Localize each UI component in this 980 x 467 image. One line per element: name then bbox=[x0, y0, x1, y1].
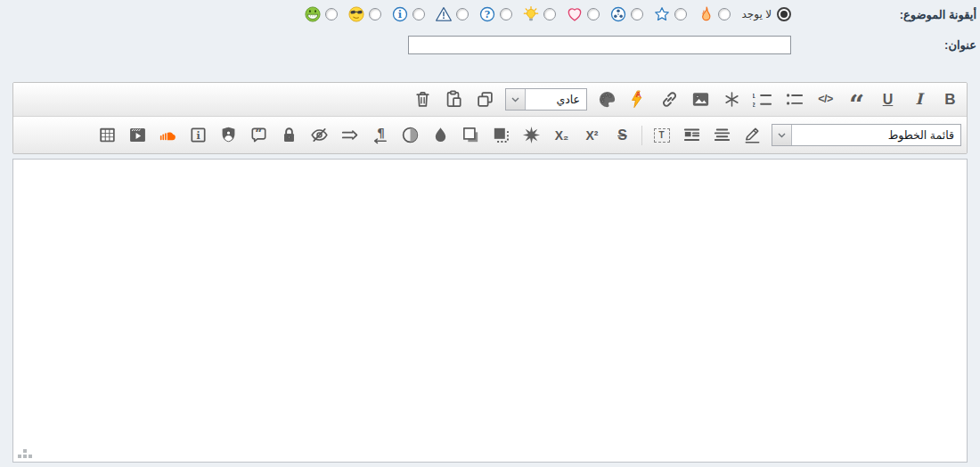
topic-icon-option-flame bbox=[697, 5, 731, 23]
media-video-button[interactable] bbox=[127, 123, 149, 147]
radio-grin[interactable] bbox=[325, 8, 338, 20]
color-palette-button[interactable] bbox=[596, 87, 618, 111]
underline-button[interactable]: U bbox=[877, 87, 899, 111]
spoiler-burst-button[interactable] bbox=[520, 123, 543, 147]
title-input[interactable] bbox=[408, 36, 791, 54]
lock-button[interactable] bbox=[278, 123, 300, 147]
hide-button[interactable] bbox=[308, 123, 331, 147]
align-block-button[interactable] bbox=[681, 123, 703, 147]
text-box-button[interactable]: T bbox=[650, 123, 673, 147]
strikethrough-glyph: S bbox=[617, 128, 627, 143]
radio-lightbulb[interactable] bbox=[543, 8, 556, 20]
star-icon bbox=[653, 5, 671, 23]
wrap-arrow-button[interactable] bbox=[339, 123, 361, 147]
paste-icon bbox=[444, 89, 464, 110]
quote-bubble-icon: “ bbox=[249, 125, 269, 145]
frame-shadow-icon bbox=[461, 125, 481, 145]
radio-warning[interactable] bbox=[456, 8, 469, 20]
grip-dot bbox=[23, 449, 27, 453]
radio-cool[interactable] bbox=[369, 8, 381, 20]
align-center-button[interactable] bbox=[711, 123, 733, 147]
svg-text:A: A bbox=[635, 90, 641, 99]
half-circle-icon bbox=[400, 125, 421, 145]
ordered-list-icon: 1 2 bbox=[753, 89, 773, 110]
lightning-bolt-icon: A bbox=[628, 89, 649, 110]
arrow-lines-icon bbox=[339, 125, 360, 145]
droplet-icon bbox=[430, 125, 451, 145]
align-block-icon bbox=[682, 125, 702, 145]
unordered-list-button[interactable] bbox=[783, 87, 805, 111]
eye-slash-icon bbox=[309, 125, 330, 145]
grin-smiley-icon bbox=[304, 5, 322, 23]
radio-heart[interactable] bbox=[587, 8, 600, 20]
delete-button[interactable] bbox=[412, 87, 434, 111]
font-family-select[interactable]: قائمة الخطوط bbox=[772, 124, 961, 146]
font-size-select[interactable]: عادي bbox=[505, 88, 587, 111]
strikethrough-button[interactable]: S bbox=[611, 123, 633, 147]
quick-format-button[interactable]: A bbox=[627, 87, 649, 111]
asterisk-button[interactable] bbox=[721, 87, 743, 111]
radio-none[interactable] bbox=[777, 7, 791, 21]
topic-icon-option-lightbulb bbox=[522, 5, 556, 23]
link-button[interactable] bbox=[658, 87, 681, 111]
image-button[interactable] bbox=[690, 87, 712, 111]
question-circle-icon: ? bbox=[478, 5, 496, 23]
toolbar-row-2: قائمة الخطوط bbox=[13, 116, 967, 153]
editor-content-box bbox=[12, 159, 968, 463]
radio-radiation[interactable] bbox=[631, 8, 643, 20]
superscript-glyph: X² bbox=[586, 129, 599, 142]
topic-icon-option-star bbox=[653, 5, 687, 23]
font-family-value: قائمة الخطوط bbox=[792, 125, 960, 145]
highlighter-button[interactable] bbox=[741, 123, 764, 147]
none-label: لا يوجد bbox=[742, 8, 772, 20]
inline-block-button[interactable] bbox=[490, 123, 512, 147]
table-grid-icon bbox=[97, 125, 118, 145]
radio-question[interactable] bbox=[500, 8, 512, 20]
svg-text:“: “ bbox=[255, 127, 262, 141]
info-box-icon: i bbox=[188, 125, 208, 145]
topic-icon-option-radiation bbox=[609, 5, 643, 23]
lock-icon bbox=[279, 125, 299, 145]
code-button[interactable]: </> bbox=[814, 87, 837, 111]
topic-icon-option-cool bbox=[347, 5, 381, 23]
topic-icon-option-info: i bbox=[391, 5, 425, 23]
grip-dot bbox=[29, 455, 32, 458]
italic-button[interactable]: I bbox=[908, 87, 930, 111]
radio-star[interactable] bbox=[674, 8, 687, 20]
resize-grip[interactable] bbox=[18, 449, 33, 459]
radio-info[interactable] bbox=[412, 8, 425, 20]
topic-icon-option-warning bbox=[435, 5, 469, 23]
radio-flame[interactable] bbox=[718, 8, 731, 20]
topic-icon-label: أيقونة الموضوع: bbox=[791, 8, 980, 21]
editor-content[interactable] bbox=[13, 160, 967, 462]
superscript-button[interactable]: X² bbox=[581, 123, 603, 147]
quote-bubble-button[interactable]: “ bbox=[248, 123, 270, 147]
member-button[interactable] bbox=[217, 123, 240, 147]
font-family-dropdown-button bbox=[772, 125, 792, 145]
frame-button[interactable] bbox=[460, 123, 482, 147]
filled-square-dotted-icon bbox=[491, 125, 511, 145]
cool-smiley-icon bbox=[347, 5, 365, 23]
copy-button[interactable] bbox=[474, 87, 496, 111]
topic-icon-option-none: لا يوجد bbox=[740, 7, 791, 21]
radiation-icon bbox=[609, 5, 627, 23]
title-control bbox=[0, 36, 791, 54]
info-box-button[interactable]: i bbox=[187, 123, 209, 147]
drop-button[interactable] bbox=[429, 123, 452, 147]
warning-triangle-icon bbox=[435, 5, 453, 23]
title-label: عنوان: bbox=[791, 38, 980, 52]
subscript-button[interactable]: X₂ bbox=[551, 123, 573, 147]
member-shield-icon bbox=[218, 125, 239, 145]
code-glyph: </> bbox=[818, 94, 833, 105]
chevron-down-icon bbox=[778, 133, 786, 138]
bold-glyph: B bbox=[944, 92, 955, 107]
paragraph-direction-button[interactable]: ¶ bbox=[369, 123, 391, 147]
contrast-button[interactable] bbox=[399, 123, 421, 147]
table-button[interactable] bbox=[96, 123, 118, 147]
paste-button[interactable] bbox=[443, 87, 465, 111]
topic-icon-options: لا يوجد bbox=[0, 5, 791, 23]
bold-button[interactable]: B bbox=[939, 87, 961, 111]
quote-button[interactable]: “ bbox=[845, 87, 868, 111]
soundcloud-button[interactable] bbox=[157, 123, 179, 147]
ordered-list-button[interactable]: 1 2 bbox=[752, 87, 774, 111]
